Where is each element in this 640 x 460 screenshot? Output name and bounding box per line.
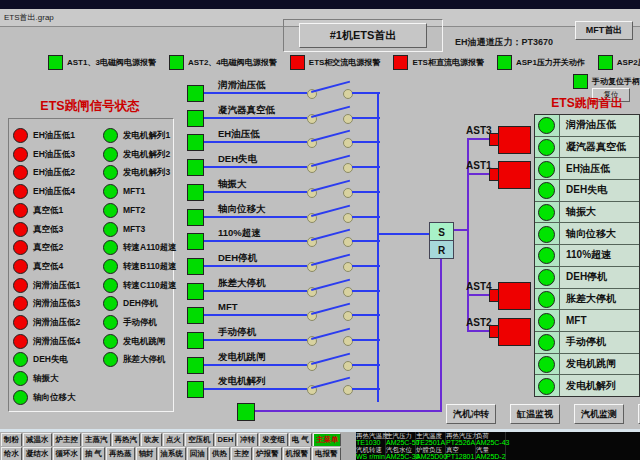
first-out-panel-title: ETS跳闸首出 [534, 95, 640, 112]
taskbar-button[interactable]: 吹灰 [141, 433, 162, 447]
taskbar-button[interactable]: 抽 气 [82, 447, 105, 460]
taskbar-button[interactable]: 凝结水 [23, 447, 52, 460]
taskbar-button[interactable]: DEH [215, 433, 237, 447]
data-cell: 汽包水位 AM25C-30 [386, 446, 416, 460]
first-out-lamp-cell [535, 310, 560, 331]
status-lamp-icon [538, 139, 555, 156]
ast-valve-box [498, 126, 531, 154]
taskbar-button[interactable]: 炉主控 [53, 433, 82, 447]
wire-segment [352, 240, 380, 242]
signal-square-icon [187, 381, 204, 398]
signal-square-icon [187, 184, 204, 201]
nav-button[interactable]: 汽机冲转 [446, 404, 496, 424]
first-out-row: 发电机跳闸 [535, 354, 639, 376]
status-lamp-icon [538, 182, 555, 199]
taskbar-button[interactable]: 冲转 [237, 433, 258, 447]
taskbar-button[interactable]: 电 气 [289, 433, 312, 447]
taskbar-buttons-2: 给水凝结水循环水抽 气再热蒸轴封油系统回油供热主控炉报警机报警电报警 [0, 446, 341, 460]
legend-label: ETS柜直流电源报警 [412, 57, 484, 68]
trip-signal-column-b: 发电机解列1 发电机解列2 发电机解列3 MFT1 MFT2 MFT3 [103, 119, 173, 411]
taskbar-button[interactable]: 空压机 [185, 433, 214, 447]
legend-label: AST1、3电磁阀电源报警 [67, 57, 156, 68]
trip-logic-label: 110%超速 [218, 227, 261, 240]
contact-icon [343, 163, 353, 173]
trip-logic-row: 轴向位移大 [185, 205, 380, 229]
first-out-row: 轴向位移大 [535, 223, 639, 245]
trip-signal-label: MFT3 [123, 224, 145, 234]
first-out-table: 润滑油压低 凝汽器真空低 EH油压低 DEH失电 [534, 114, 640, 397]
trip-signal-item: 发电机跳闸 [103, 333, 173, 351]
status-lamp-icon [169, 55, 184, 70]
taskbar-button[interactable]: 再热汽 [112, 433, 141, 447]
taskbar-button[interactable]: 制粉 [1, 433, 22, 447]
trip-signal-item: 轴振大 [13, 370, 101, 388]
trip-logic-row: 发电机解列 [185, 377, 380, 401]
sr-set-cell: S [429, 222, 454, 241]
data-strip-2: 汽机转速 WS r/min 汽包水位 AM25C-30 炉膛负压 AM25D00… [356, 446, 640, 460]
data-cell: 主汽压力 AM25C-50 [386, 432, 416, 446]
taskbar-button[interactable]: 给水 [1, 447, 22, 460]
ast-label: AST2 [466, 317, 492, 328]
trip-signal-label: MFT1 [123, 186, 145, 196]
taskbar-button[interactable]: 发变组 [259, 433, 288, 447]
legend-item: ETS柜直流电源报警 [393, 54, 484, 70]
first-out-row: 润滑油压低 [535, 115, 639, 137]
status-lamp-icon [13, 296, 28, 311]
ast-label: AST4 [466, 281, 492, 292]
trip-signal-label: 转速C110超速 [123, 280, 177, 292]
wire-segment [352, 265, 380, 267]
wire-segment [352, 141, 380, 143]
first-out-lamp-cell [535, 180, 560, 201]
contact-icon [343, 89, 353, 99]
contact-icon [343, 114, 353, 124]
trip-signal-label: 发电机解列2 [123, 149, 170, 161]
wire-segment [204, 166, 307, 168]
first-out-label: 胀差大停机 [560, 289, 639, 310]
data-cells-2: 汽机转速 WS r/min 汽包水位 AM25C-30 炉膛负压 AM25D00… [356, 446, 640, 460]
taskbar-button[interactable]: 循环水 [53, 447, 82, 460]
contact-icon [343, 361, 353, 371]
taskbar-buttons-1: 制粉减温水炉主控主蒸汽再热汽吹灰点火空压机DEH冲转发变组电 气主菜单 [0, 432, 341, 446]
first-out-lamp-cell [535, 267, 560, 288]
taskbar-button[interactable]: 再热蒸 [106, 447, 135, 460]
trip-logic-row: 轴振大 [185, 180, 380, 204]
status-lamp-icon [13, 184, 28, 199]
status-lamp-icon [538, 117, 555, 134]
wire-r-vertical [440, 259, 442, 412]
trip-signal-label: 润滑油压低2 [33, 317, 80, 329]
trip-signal-label: 真空低2 [33, 242, 63, 254]
data-cell: 炉膛负压 AM25D00 [416, 446, 446, 460]
status-lamp-icon [573, 74, 588, 89]
taskbar-button[interactable]: 炉报警 [253, 447, 282, 460]
taskbar-button[interactable]: 机报警 [283, 447, 312, 460]
trip-logic-row: DEH失电 [185, 155, 380, 179]
taskbar-button[interactable]: 电报警 [312, 447, 341, 460]
taskbar-button[interactable]: 主蒸汽 [82, 433, 111, 447]
taskbar-button[interactable]: 主控 [231, 447, 252, 460]
nav-button[interactable]: 汽机监测 [574, 404, 624, 424]
taskbar-button[interactable]: 轴封 [136, 447, 157, 460]
contact-icon [343, 213, 353, 223]
first-out-label: 润滑油压低 [560, 115, 639, 136]
trip-signal-item: 真空低2 [13, 239, 101, 257]
data-cell: 真空 PT12801 [446, 446, 476, 460]
mft-first-out-button[interactable]: MFT首出 [575, 21, 633, 40]
taskbar-button[interactable]: 供热 [209, 447, 230, 460]
wire-segment [204, 339, 307, 341]
trip-logic-label: 凝汽器真空低 [218, 104, 275, 117]
wire-segment [352, 191, 380, 193]
taskbar-row-2: 给水凝结水循环水抽 气再热蒸轴封油系统回油供热主控炉报警机报警电报警 汽机转速 … [0, 446, 640, 460]
data-cell-label: 汽量 [476, 446, 505, 453]
nav-button[interactable]: 缸温监视 [510, 404, 560, 424]
wire-segment [204, 364, 307, 366]
trip-logic-diagram: 润滑油压低 凝汽器真空低 EH油压低 [185, 0, 385, 460]
taskbar-button[interactable]: 减温水 [23, 433, 52, 447]
trip-logic-label: DEH停机 [218, 252, 257, 265]
taskbar-button[interactable]: 油系统 [158, 447, 187, 460]
taskbar-button[interactable]: 主菜单 [313, 433, 342, 447]
taskbar-button[interactable]: 回油 [187, 447, 208, 460]
wire-segment [204, 314, 307, 316]
status-lamp-icon [13, 128, 28, 143]
taskbar-button[interactable]: 点火 [163, 433, 184, 447]
status-lamp-icon [13, 334, 28, 349]
